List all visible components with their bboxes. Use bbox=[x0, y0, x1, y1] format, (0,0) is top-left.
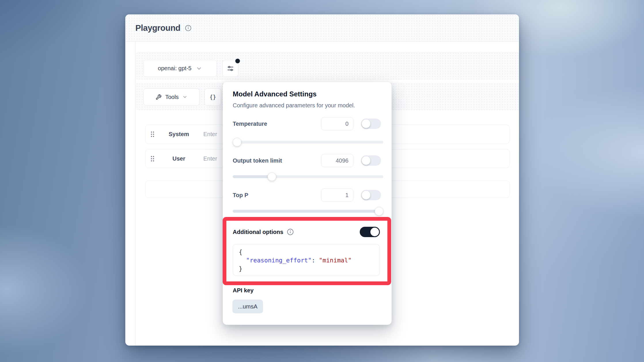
slider-thumb[interactable] bbox=[375, 207, 383, 216]
playground-window: Playground openai: gpt-5 bbox=[125, 14, 519, 346]
message-role-label: System bbox=[162, 131, 196, 138]
output-token-limit-label: Output token limit bbox=[233, 157, 321, 164]
drag-handle-icon[interactable] bbox=[150, 155, 155, 162]
temperature-toggle[interactable] bbox=[361, 119, 381, 129]
popover-title: Model Advanced Settings bbox=[233, 90, 317, 98]
temperature-slider[interactable] bbox=[233, 138, 383, 146]
app-header: Playground bbox=[125, 14, 519, 42]
output-token-limit-input[interactable] bbox=[321, 154, 353, 167]
temperature-input[interactable] bbox=[321, 117, 353, 130]
json-key: "reasoning_effort" bbox=[246, 257, 312, 264]
toggle-knob bbox=[362, 191, 370, 199]
output-token-limit-slider[interactable] bbox=[233, 172, 383, 181]
message-role-label: User bbox=[162, 155, 196, 162]
json-value: "minimal" bbox=[319, 257, 352, 264]
model-selector[interactable]: openai: gpt-5 bbox=[143, 60, 217, 77]
top-p-row: Top P bbox=[233, 188, 381, 202]
settings-active-badge-dot bbox=[235, 59, 240, 63]
tools-button-label: Tools bbox=[165, 94, 179, 100]
info-icon[interactable] bbox=[185, 25, 192, 31]
message-input[interactable]: Enter bbox=[203, 131, 217, 138]
additional-options-toggle[interactable] bbox=[360, 227, 380, 237]
top-p-slider[interactable] bbox=[233, 207, 383, 216]
toggle-knob bbox=[362, 156, 370, 165]
json-schema-button[interactable]: {} bbox=[204, 88, 221, 106]
popover-subtitle: Configure advanced parameters for your m… bbox=[233, 102, 355, 109]
chevron-down-icon bbox=[182, 94, 187, 100]
message-input[interactable]: Enter bbox=[203, 155, 217, 162]
slider-thumb[interactable] bbox=[233, 138, 241, 146]
temperature-row: Temperature bbox=[233, 117, 381, 131]
page-title: Playground bbox=[135, 23, 181, 33]
slider-fill bbox=[233, 210, 383, 213]
braces-button-label: {} bbox=[210, 94, 216, 100]
temperature-label: Temperature bbox=[233, 121, 321, 127]
slider-fill bbox=[233, 175, 272, 178]
additional-options-row: Additional options bbox=[233, 226, 380, 238]
api-key-value-badge[interactable]: ...umsA bbox=[232, 300, 263, 313]
output-token-limit-row: Output token limit bbox=[233, 153, 381, 168]
model-settings-button[interactable] bbox=[222, 60, 238, 77]
additional-options-label: Additional options bbox=[233, 229, 283, 235]
output-token-limit-toggle[interactable] bbox=[361, 155, 381, 166]
chevron-down-icon bbox=[196, 65, 202, 72]
toggle-knob bbox=[362, 119, 370, 128]
tools-dropdown-button[interactable]: Tools bbox=[143, 88, 200, 106]
wrench-icon bbox=[156, 94, 162, 100]
sliders-icon bbox=[227, 65, 234, 72]
model-advanced-settings-popover: Model Advanced Settings Configure advanc… bbox=[223, 82, 392, 325]
additional-options-json-editor[interactable]: { "reasoning_effort": "minimal" } bbox=[233, 244, 380, 276]
api-key-label: API key bbox=[233, 287, 253, 294]
top-p-input[interactable] bbox=[321, 188, 353, 202]
slider-thumb[interactable] bbox=[268, 172, 276, 181]
drag-handle-icon[interactable] bbox=[150, 131, 155, 138]
playground-content: openai: gpt-5 Tools bbox=[125, 42, 519, 346]
slider-track bbox=[233, 141, 383, 144]
top-p-toggle[interactable] bbox=[361, 190, 381, 200]
toggle-knob bbox=[370, 228, 379, 236]
info-icon[interactable] bbox=[287, 228, 352, 235]
model-selector-value: openai: gpt-5 bbox=[158, 65, 192, 72]
top-p-label: Top P bbox=[233, 192, 321, 199]
